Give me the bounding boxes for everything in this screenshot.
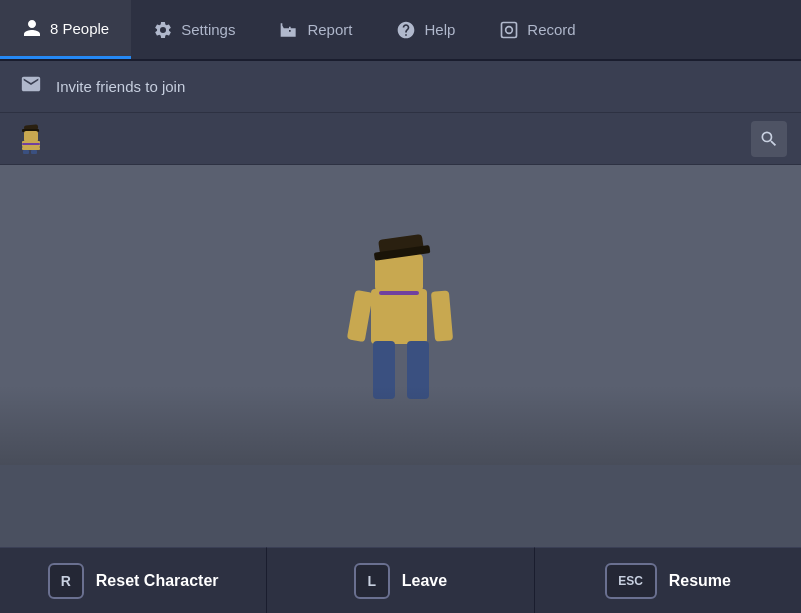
svg-rect-0 xyxy=(502,22,517,37)
nav-tab-people-label: 8 People xyxy=(50,20,109,37)
player-avatar xyxy=(14,123,46,155)
svg-rect-6 xyxy=(22,143,40,145)
player-list-item[interactable] xyxy=(0,113,801,165)
svg-rect-4 xyxy=(24,131,38,142)
resume-label: Resume xyxy=(669,572,731,590)
character-body xyxy=(371,289,427,344)
help-icon xyxy=(396,20,416,40)
character-hat xyxy=(378,234,424,256)
reset-character-label: Reset Character xyxy=(96,572,219,590)
resume-key-badge: ESC xyxy=(605,563,657,599)
nav-tab-record-label: Record xyxy=(527,21,575,38)
settings-icon xyxy=(153,20,173,40)
leave-label: Leave xyxy=(402,572,447,590)
resume-button[interactable]: ESC Resume xyxy=(535,547,801,613)
character-viewport xyxy=(0,165,801,465)
invite-friends-bar[interactable]: Invite friends to join xyxy=(0,61,801,113)
leave-key-badge: L xyxy=(354,563,390,599)
nav-tab-help[interactable]: Help xyxy=(374,0,477,59)
character-leg-left xyxy=(373,341,395,399)
invite-text: Invite friends to join xyxy=(56,78,185,95)
character-leg-right xyxy=(407,341,429,399)
nav-tab-report[interactable]: Report xyxy=(257,0,374,59)
mail-icon xyxy=(20,73,42,100)
svg-rect-9 xyxy=(31,150,37,154)
nav-tab-record[interactable]: Record xyxy=(477,0,597,59)
bottom-action-bar: R Reset Character L Leave ESC Resume xyxy=(0,547,801,613)
people-icon xyxy=(22,18,42,38)
nav-tab-settings[interactable]: Settings xyxy=(131,0,257,59)
report-icon xyxy=(279,20,299,40)
character-figure xyxy=(361,245,441,405)
character-arm-left xyxy=(346,290,372,342)
top-navigation: 8 People Settings Report Help xyxy=(0,0,801,61)
record-icon xyxy=(499,20,519,40)
search-button[interactable] xyxy=(751,121,787,157)
svg-point-1 xyxy=(506,26,513,33)
character-arm-right xyxy=(430,290,452,341)
leave-button[interactable]: L Leave xyxy=(267,547,534,613)
reset-key-badge: R xyxy=(48,563,84,599)
reset-character-button[interactable]: R Reset Character xyxy=(0,547,267,613)
svg-rect-7 xyxy=(22,147,40,150)
nav-tab-settings-label: Settings xyxy=(181,21,235,38)
nav-tab-report-label: Report xyxy=(307,21,352,38)
nav-tab-people[interactable]: 8 People xyxy=(0,0,131,59)
svg-rect-8 xyxy=(23,150,29,154)
search-icon xyxy=(759,129,779,149)
nav-tab-help-label: Help xyxy=(424,21,455,38)
avatar-icon xyxy=(14,123,46,155)
